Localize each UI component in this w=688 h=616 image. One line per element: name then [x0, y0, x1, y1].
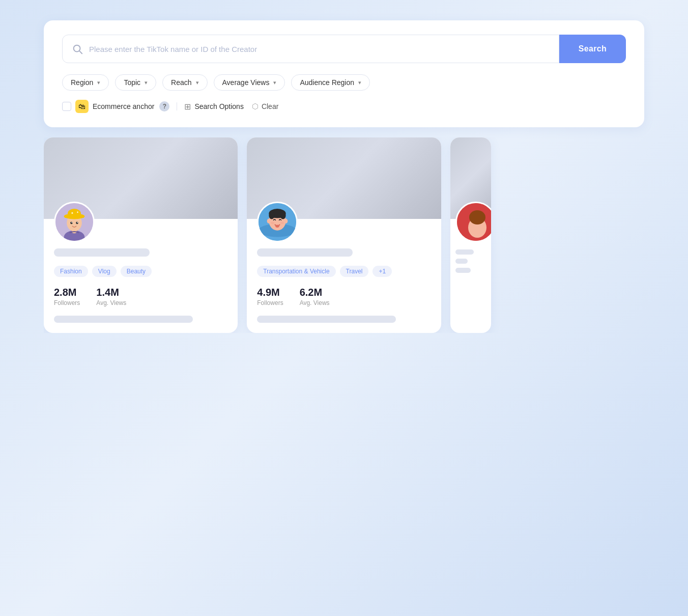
cards-area: ✦ ✦ Fashion Vlog Beauty 2.8M	[44, 137, 644, 333]
divider	[177, 102, 177, 110]
card-1-avatar-wrap: ✦ ✦	[54, 202, 227, 242]
card-1-body: ✦ ✦ Fashion Vlog Beauty 2.8M	[44, 219, 238, 333]
card-1-followers-value: 2.8M	[54, 286, 80, 298]
clear-button[interactable]: ⬡ Clear	[252, 102, 278, 111]
help-icon[interactable]: ?	[159, 101, 169, 111]
svg-point-20	[267, 219, 271, 223]
svg-text:✦: ✦	[71, 211, 74, 215]
card-2-name-skeleton	[257, 248, 353, 257]
svg-point-27	[469, 210, 485, 225]
search-input-wrap	[62, 35, 559, 63]
card-2-body: Transportation & Vehicle Travel +1 4.9M …	[247, 219, 441, 333]
card-1-name-skeleton	[54, 248, 150, 257]
creator-card-3-partial[interactable]	[450, 137, 491, 333]
topic-chevron-icon: ▾	[145, 79, 148, 86]
creator-card-1[interactable]: ✦ ✦ Fashion Vlog Beauty 2.8M	[44, 137, 238, 333]
svg-point-10	[71, 222, 72, 223]
ecommerce-anchor-wrap: 🛍 Ecommerce anchor ?	[62, 100, 169, 113]
card-2-tag-more[interactable]: +1	[372, 266, 392, 277]
card-1-avg-views-label: Avg. Views	[96, 299, 126, 306]
svg-point-22	[271, 222, 274, 225]
card-2-avatar-wrap	[257, 202, 431, 242]
svg-text:✦: ✦	[76, 211, 79, 214]
clear-icon: ⬡	[252, 102, 259, 111]
search-input[interactable]	[89, 45, 550, 53]
card-2-avatar	[257, 202, 298, 242]
card-3-body	[450, 219, 491, 285]
card-2-avg-views-label: Avg. Views	[300, 299, 330, 306]
card-2-tag-transportation[interactable]: Transportation & Vehicle	[257, 266, 335, 277]
svg-point-18	[269, 212, 275, 219]
card-1-tags: Fashion Vlog Beauty	[54, 266, 227, 277]
card-2-followers-value: 4.9M	[257, 286, 283, 298]
card-2-action-skeleton	[257, 316, 396, 323]
card-2-tag-travel[interactable]: Travel	[340, 266, 369, 277]
svg-point-21	[284, 219, 288, 223]
card-1-followers-label: Followers	[54, 299, 80, 306]
filter-row: Region ▾ Topic ▾ Reach ▾ Average Views ▾…	[62, 74, 626, 91]
search-button[interactable]: Search	[559, 35, 626, 63]
svg-point-9	[76, 222, 78, 225]
svg-point-24	[276, 225, 279, 228]
card-1-stats: 2.8M Followers 1.4M Avg. Views	[54, 286, 227, 306]
region-dropdown[interactable]: Region ▾	[62, 74, 109, 91]
average-views-dropdown[interactable]: Average Views ▾	[214, 74, 285, 91]
topic-dropdown[interactable]: Topic ▾	[115, 74, 156, 91]
card-1-avatar: ✦ ✦	[54, 202, 95, 242]
svg-point-11	[77, 222, 78, 223]
card-2-stats: 4.9M Followers 6.2M Avg. Views	[257, 286, 431, 306]
sliders-icon: ⊞	[184, 102, 191, 111]
card-1-followers: 2.8M Followers	[54, 286, 80, 306]
search-options-button[interactable]: ⊞ Search Options	[184, 102, 244, 111]
search-card: Search Region ▾ Topic ▾ Reach ▾ Average …	[44, 20, 644, 127]
search-row: Search	[62, 35, 626, 63]
card-2-avg-views: 6.2M Avg. Views	[300, 286, 330, 306]
card-2-followers: 4.9M Followers	[257, 286, 283, 306]
card-1-tag-vlog[interactable]: Vlog	[92, 266, 117, 277]
reach-dropdown[interactable]: Reach ▾	[162, 74, 207, 91]
main-container: Search Region ▾ Topic ▾ Reach ▾ Average …	[44, 20, 644, 333]
audience-region-chevron-icon: ▾	[358, 79, 361, 86]
card-1-avg-views-value: 1.4M	[96, 286, 126, 298]
options-row: 🛍 Ecommerce anchor ? ⊞ Search Options ⬡ …	[62, 100, 626, 113]
card-3-skel-1	[455, 249, 474, 255]
creator-card-2[interactable]: Transportation & Vehicle Travel +1 4.9M …	[247, 137, 441, 333]
card-3-avatar	[455, 202, 491, 242]
card-2-avg-views-value: 6.2M	[300, 286, 330, 298]
audience-region-dropdown[interactable]: Audience Region ▾	[291, 74, 370, 91]
card-1-tag-beauty[interactable]: Beauty	[121, 266, 152, 277]
svg-point-7	[68, 209, 81, 218]
svg-point-23	[280, 222, 284, 225]
search-icon	[72, 43, 83, 54]
card-3-skel-3	[455, 268, 471, 273]
avatar-1-illustration: ✦ ✦	[55, 203, 93, 241]
card-1-avg-views: 1.4M Avg. Views	[96, 286, 126, 306]
svg-point-19	[280, 212, 286, 219]
region-chevron-icon: ▾	[97, 79, 100, 86]
card-3-skel-2	[455, 259, 468, 264]
card-2-followers-label: Followers	[257, 299, 283, 306]
ecommerce-anchor-checkbox[interactable]	[62, 102, 71, 111]
ecommerce-anchor-label: Ecommerce anchor	[93, 102, 154, 110]
card-1-action-skeleton	[54, 316, 193, 323]
avatar-3-illustration	[457, 203, 491, 242]
reach-chevron-icon: ▾	[196, 79, 199, 86]
card-2-tags: Transportation & Vehicle Travel +1	[257, 266, 431, 277]
ecommerce-bag-icon: 🛍	[75, 100, 89, 113]
avatar-2-illustration	[259, 203, 296, 241]
card-1-tag-fashion[interactable]: Fashion	[54, 266, 88, 277]
svg-line-1	[79, 51, 82, 53]
avg-views-chevron-icon: ▾	[273, 79, 276, 86]
svg-point-8	[70, 222, 73, 225]
